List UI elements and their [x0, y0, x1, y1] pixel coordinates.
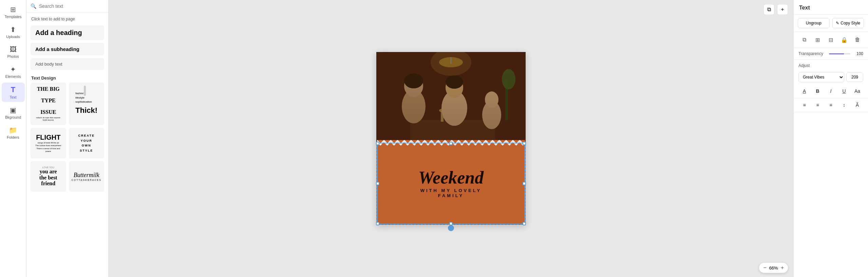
sidebar-item-background[interactable]: ▣ Bkground — [2, 103, 25, 122]
handle-mid-left[interactable] — [376, 182, 379, 185]
delete-icon-btn[interactable]: 🗑 — [852, 35, 863, 45]
copy-style-label: Copy Style — [841, 21, 860, 25]
text-panel: 🔍 Click text to add to page Add a headin… — [26, 0, 109, 277]
buttermilk-text: Buttermilk COTTAGEBRACES — [72, 172, 101, 181]
sidebar-item-label: Text — [10, 95, 16, 99]
font-row: Great Vibes — [794, 70, 868, 84]
text-design-label: Text Design — [26, 71, 108, 83]
sidebar-item-label: Bkground — [5, 115, 21, 119]
copy-style-button[interactable]: ✎ Copy Style — [832, 18, 864, 28]
elements-icon: ✦ — [10, 65, 16, 73]
templates-icon: ⊞ — [10, 5, 16, 14]
layer-icon-btn[interactable]: ⧉ — [799, 35, 810, 45]
stack-icon-btn[interactable]: ⊞ — [813, 35, 823, 45]
photo-overlay — [376, 52, 526, 142]
tools-sidebar: ⊞ Templates ⬆ Uploads 🖼 Photos ✦ Element… — [0, 0, 26, 277]
transparency-value: 100 — [854, 51, 863, 56]
strikethrough-button[interactable]: U — [839, 86, 849, 96]
adjust-label: Adjust — [794, 60, 868, 70]
design-card-buttermilk[interactable]: Buttermilk COTTAGEBRACES — [69, 161, 105, 192]
add-subheading-button[interactable]: Add a subheading — [31, 43, 104, 55]
sidebar-item-photos[interactable]: 🖼 Photos — [2, 43, 25, 61]
scroll-indicator — [84, 86, 86, 96]
align-left-button[interactable]: ≡ — [800, 100, 809, 110]
align-row: ≡ ≡ ≡ ↕ Ã — [794, 98, 868, 112]
folders-icon: 📁 — [9, 126, 17, 134]
sidebar-item-label: Uploads — [6, 35, 20, 39]
background-icon: ▣ — [10, 106, 16, 114]
handle-top-mid[interactable] — [449, 142, 453, 145]
sidebar-item-folders[interactable]: 📁 Folders — [2, 123, 25, 142]
property-icons-row: ⧉ ⊞ ⊟ 🔒 🗑 — [794, 32, 868, 48]
canvas-controls: ⧉ + — [763, 4, 788, 15]
handle-mid-right[interactable] — [523, 182, 526, 185]
design-card-create[interactable]: CREATEYOUROWNSTYLE — [69, 128, 105, 158]
ungroup-button[interactable]: Ungroup — [798, 18, 830, 28]
search-icon: 🔍 — [31, 3, 36, 9]
canvas-photo-section — [376, 52, 526, 142]
create-type-text: CREATEYOUROWNSTYLE — [78, 133, 95, 153]
sidebar-item-templates[interactable]: ⊞ Templates — [2, 3, 25, 21]
with-my-lovely-text: WITH MY LOVELY — [420, 188, 482, 193]
zoom-in-button[interactable]: + — [781, 265, 784, 271]
add-body-button[interactable]: Add body text — [31, 58, 104, 70]
main-canvas-area: ⧉ + — [109, 0, 793, 277]
sidebar-item-label: Photos — [7, 54, 19, 58]
click-hint: Click text to add to page — [26, 13, 108, 24]
text-tool-icon: T — [11, 85, 15, 94]
align-right-button[interactable]: ≡ — [826, 100, 836, 110]
align-left-icon-btn[interactable]: ⊟ — [826, 35, 836, 45]
best-friend-text: LOVE YOU you arethe bestfriend — [39, 166, 57, 187]
copy-style-icon: ✎ — [836, 21, 839, 25]
design-card-fashion[interactable]: fashionlifestylesophisticationThick! — [69, 83, 105, 125]
sidebar-item-uploads[interactable]: ⬆ Uploads — [2, 23, 25, 41]
design-card-big-type[interactable]: THE BIG TYPE ISSUE what's in type this s… — [31, 83, 66, 125]
uploads-icon: ⬆ — [10, 25, 16, 34]
sidebar-item-label: Folders — [7, 135, 19, 139]
big-type-text: THE BIG TYPE ISSUE what's in type this s… — [36, 86, 60, 122]
right-panel-title: Text — [794, 0, 868, 15]
rotate-handle[interactable] — [448, 225, 454, 231]
photos-icon: 🖼 — [10, 46, 17, 53]
flight-text: FLIGHT songs of birds fill the airThe cu… — [34, 134, 63, 153]
text-design-grid: THE BIG TYPE ISSUE what's in type this s… — [26, 83, 108, 196]
handle-bot-right[interactable] — [523, 222, 526, 225]
canvas-wrapper: Weekend WITH MY LOVELY FAMILY — [376, 52, 526, 225]
sidebar-item-elements[interactable]: ✦ Elements — [2, 63, 25, 81]
lock-icon-btn[interactable]: 🔒 — [839, 35, 849, 45]
search-bar: 🔍 — [26, 0, 108, 13]
design-card-best-friend[interactable]: LOVE YOU you arethe bestfriend — [31, 161, 66, 192]
duplicate-button[interactable]: ⧉ — [763, 4, 774, 15]
add-heading-button[interactable]: Add a heading — [31, 25, 104, 40]
bold-button[interactable]: B — [813, 86, 823, 96]
handle-bot-left[interactable] — [376, 222, 379, 225]
add-page-button[interactable]: + — [777, 4, 788, 15]
weekend-text: Weekend — [418, 169, 484, 187]
sidebar-item-label: Elements — [5, 74, 21, 79]
fashion-type-text: fashionlifestylesophisticationThick! — [75, 91, 97, 117]
zoom-bar: − 66% + — [759, 263, 788, 273]
design-card-flight[interactable]: FLIGHT songs of birds fill the airThe cu… — [31, 128, 66, 158]
underline-button[interactable]: A — [800, 86, 809, 96]
zoom-out-button[interactable]: − — [763, 265, 766, 271]
transparency-row: Transparency 100 — [794, 48, 868, 60]
right-sidebar: Text Ungroup ✎ Copy Style ⧉ ⊞ ⊟ 🔒 🗑 Tran… — [793, 0, 868, 277]
font-size-input[interactable] — [846, 72, 863, 82]
handle-top-left[interactable] — [376, 142, 379, 145]
sidebar-item-text[interactable]: T Text — [2, 83, 25, 102]
handle-top-right[interactable] — [523, 142, 526, 145]
canvas-text-section[interactable]: Weekend WITH MY LOVELY FAMILY — [376, 142, 526, 225]
font-selector[interactable]: Great Vibes — [798, 72, 844, 82]
zoom-level: 66% — [769, 265, 778, 271]
sidebar-item-label: Templates — [4, 15, 21, 19]
line-height-button[interactable]: ↕ — [839, 100, 849, 110]
italic-button[interactable]: I — [826, 86, 836, 96]
transparency-slider[interactable] — [829, 53, 850, 54]
align-center-button[interactable]: ≡ — [813, 100, 823, 110]
transparency-label: Transparency — [798, 51, 826, 56]
text-fx-button[interactable]: Ã — [853, 100, 862, 110]
format-row: A B I U Aa — [794, 84, 868, 98]
search-input[interactable] — [39, 3, 104, 9]
case-button[interactable]: Aa — [853, 86, 862, 96]
action-row: Ungroup ✎ Copy Style — [794, 15, 868, 32]
